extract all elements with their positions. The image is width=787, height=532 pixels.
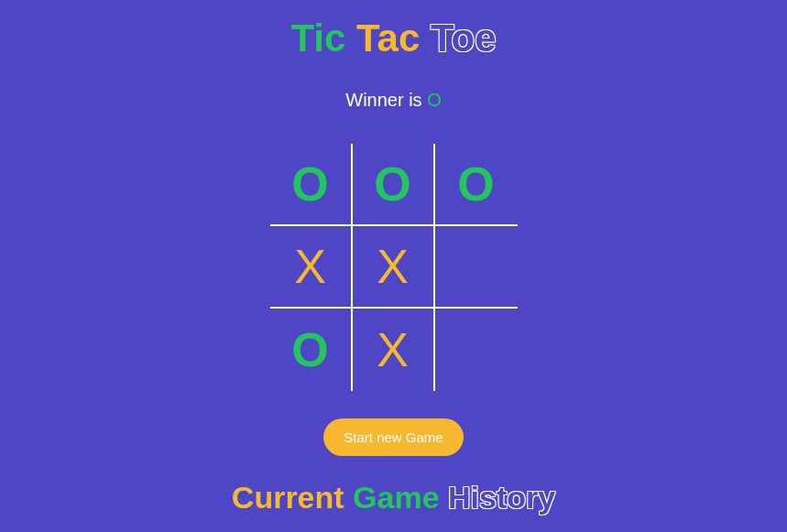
history-word-game: Game [353, 480, 440, 515]
board-cell-1[interactable]: O [353, 144, 435, 226]
board-cell-0[interactable]: O [270, 144, 353, 226]
title-word-toe: Toe [431, 16, 497, 60]
game-status: Winner is O [345, 90, 441, 111]
start-new-game-button[interactable]: Start new Game [323, 418, 463, 456]
history-word-history: History [448, 480, 555, 515]
title-word-tic: Tic [290, 16, 345, 60]
game-title: Tic Tac Toe [290, 16, 496, 60]
board-cell-2[interactable]: O [435, 144, 518, 226]
board-cell-7[interactable]: X [353, 309, 435, 391]
board-cell-3[interactable]: X [270, 226, 353, 309]
history-title: Current Game History [232, 480, 555, 516]
board-cell-8[interactable] [435, 309, 518, 391]
status-prefix: Winner is [345, 90, 427, 110]
status-winner: O [427, 90, 442, 110]
game-board: O O O X X O X [270, 144, 518, 391]
board-cell-5[interactable] [435, 226, 518, 309]
history-word-current: Current [232, 480, 344, 515]
board-cell-6[interactable]: O [270, 309, 353, 391]
title-word-tac: Tac [356, 16, 420, 60]
board-cell-4[interactable]: X [353, 226, 435, 309]
